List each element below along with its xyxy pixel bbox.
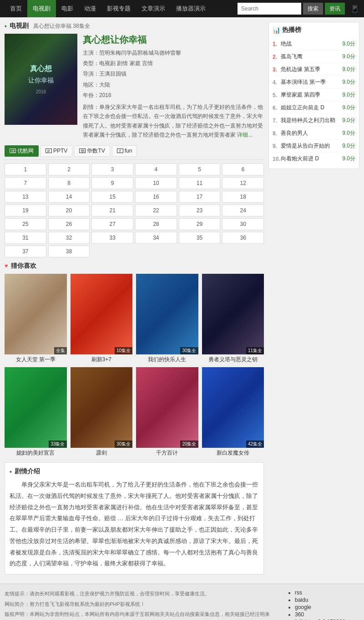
episode-button[interactable]: 14 xyxy=(48,191,90,203)
episode-button[interactable]: 33 xyxy=(91,232,133,244)
episode-button[interactable]: 23 xyxy=(179,205,221,216)
recommend-poster-img: 30集全 xyxy=(136,274,198,354)
search-input[interactable] xyxy=(238,3,301,15)
hot-rank: 9. xyxy=(273,143,281,149)
episode-button[interactable]: 5 xyxy=(179,164,221,175)
hot-score: 9.0分 xyxy=(342,129,355,137)
episode-button[interactable]: 10 xyxy=(135,177,177,189)
episode-button[interactable]: 38 xyxy=(48,246,90,257)
hot-name[interactable]: 基本演绎法 第一季 xyxy=(281,78,340,86)
episode-button[interactable]: 29 xyxy=(179,218,221,230)
hot-rank: 4. xyxy=(273,79,281,86)
episode-button[interactable]: 11 xyxy=(179,177,221,189)
episode-button[interactable]: 13 xyxy=(5,191,46,203)
drama-info: 真心想让你幸福 主演：范明朱梅闫学晶郭栋城马德钟雷黎 类型：电视剧 剧情 家庭 … xyxy=(83,34,264,140)
hot-name[interactable]: 摩登家庭 第四季 xyxy=(281,91,340,99)
nav-article[interactable]: 文章演示 xyxy=(136,0,171,17)
hot-score: 9.0分 xyxy=(342,78,355,86)
nav-player[interactable]: 播放器演示 xyxy=(171,0,211,17)
episode-button[interactable]: 26 xyxy=(48,218,90,230)
episode-button[interactable]: 34 xyxy=(135,232,177,244)
episode-button[interactable]: 4 xyxy=(135,164,177,175)
hot-score: 9.0分 xyxy=(342,53,355,61)
episode-button[interactable]: 16 xyxy=(135,191,177,203)
tv-icon: ▪ xyxy=(5,22,7,30)
episode-button[interactable]: 6 xyxy=(222,164,264,175)
episode-button[interactable]: 12 xyxy=(222,177,264,189)
more-link[interactable]: 详细... xyxy=(237,132,253,138)
footer-link[interactable]: rss xyxy=(295,589,359,596)
heart-icon: ♥ xyxy=(5,262,8,269)
episode-button[interactable]: 20 xyxy=(48,205,90,216)
episode-button[interactable]: 17 xyxy=(179,191,221,203)
footer-link[interactable]: baidu xyxy=(295,597,359,603)
episode-button[interactable]: 24 xyxy=(222,205,264,216)
recommend-card[interactable]: 11集全 勇者义塔与恶灵之钥 xyxy=(202,274,264,364)
episode-button[interactable]: 30 xyxy=(222,218,264,230)
recommend-badge: 20集全 xyxy=(180,441,198,448)
drama-year: 年份：2016 xyxy=(83,91,264,100)
tab-fun[interactable]: f fun xyxy=(112,145,137,157)
episode-button[interactable]: 3 xyxy=(91,164,133,175)
nav-tv[interactable]: 电视剧 xyxy=(27,0,56,17)
nav-special[interactable]: 影视专题 xyxy=(101,0,136,17)
nav-movie[interactable]: 电影 xyxy=(56,0,79,17)
episode-button[interactable]: 9 xyxy=(91,177,133,189)
tab-pptv[interactable]: P PPTV xyxy=(40,145,72,157)
episode-button[interactable]: 15 xyxy=(91,191,133,203)
recommend-card[interactable]: 30集全 霹剑 xyxy=(71,367,133,457)
nav-anime[interactable]: 动漫 xyxy=(79,0,101,17)
recommend-name: 新白发魔女传 xyxy=(202,449,264,457)
episode-button[interactable]: 27 xyxy=(91,218,133,230)
hot-name[interactable]: 姐姐立正向前走 D xyxy=(281,104,340,112)
recommend-card[interactable]: 42集全 新白发魔女传 xyxy=(202,367,264,457)
episode-button[interactable]: 8 xyxy=(48,177,90,189)
nav-home[interactable]: 首页 xyxy=(5,0,27,17)
episode-button[interactable]: 25 xyxy=(5,218,46,230)
recommend-poster-bg xyxy=(71,274,133,354)
hot-name[interactable]: 绝战 xyxy=(281,40,340,48)
recommend-card[interactable]: 30集全 我们的快乐人生 xyxy=(136,274,198,364)
recommend-badge: 42集全 xyxy=(246,441,264,448)
drama-detail: 真心想 让你幸福 2016 真心想让你幸福 主演：范明朱梅闫学晶郭栋城马德钟雷黎… xyxy=(5,34,264,140)
episode-button[interactable]: 2 xyxy=(48,164,90,175)
recommend-poster-bg xyxy=(202,367,264,448)
search-button[interactable]: 搜索 xyxy=(303,3,323,15)
hot-name[interactable]: 我是特种兵之利刃出鞘 xyxy=(281,117,340,124)
episode-button[interactable]: 37 xyxy=(5,246,46,257)
tab-youku[interactable]: 优 优酷网 xyxy=(5,145,39,157)
hot-name[interactable]: 爱情是从告白开始的 xyxy=(281,142,340,150)
recommend-card[interactable]: 33集全 媳妇的美好宣言 xyxy=(5,367,67,457)
footer-link[interactable]: google xyxy=(295,604,359,610)
recommend-poster-img: 30集全 xyxy=(71,367,133,448)
episode-button[interactable]: 1 xyxy=(5,164,46,175)
recommend-poster-bg xyxy=(5,274,67,354)
episode-button[interactable]: 35 xyxy=(179,232,221,244)
episode-button[interactable]: 36 xyxy=(222,232,264,244)
hot-score: 9.0分 xyxy=(342,66,355,73)
recommend-card[interactable]: 10集全 刷新3+7 xyxy=(71,274,133,364)
episode-button[interactable]: 7 xyxy=(5,177,46,189)
recommend-poster-img: 20集全 xyxy=(136,367,198,448)
footer-link[interactable]: 360 xyxy=(295,611,359,618)
tab-huashu[interactable]: 华 华数TV xyxy=(74,145,110,157)
news-button[interactable]: 资讯 xyxy=(325,3,345,15)
hot-name[interactable]: 危机边缘 第五季 xyxy=(281,66,340,73)
recommend-badge: 10集全 xyxy=(115,347,132,354)
episode-button[interactable]: 28 xyxy=(135,218,177,230)
episode-button[interactable]: 32 xyxy=(48,232,90,244)
mobile-icon[interactable]: 📱 xyxy=(350,5,359,13)
hot-name[interactable]: 孤岛飞鹰 xyxy=(281,53,340,61)
recommend-poster-bg xyxy=(5,367,67,448)
recommend-poster-img: 全集 xyxy=(5,274,67,354)
hot-name[interactable]: 向着炮火前进 D xyxy=(281,155,340,163)
hot-name[interactable]: 善良的男人 xyxy=(281,129,340,137)
hot-item: 2. 孤岛飞鹰 9.0分 xyxy=(273,51,355,63)
episode-button[interactable]: 22 xyxy=(135,205,177,216)
episode-button[interactable]: 31 xyxy=(5,232,46,244)
recommend-card[interactable]: 20集全 千方百计 xyxy=(136,367,198,457)
episode-button[interactable]: 19 xyxy=(5,205,46,216)
episode-button[interactable]: 18 xyxy=(222,191,264,203)
recommend-card[interactable]: 全集 女人天堂 第一季 xyxy=(5,274,67,364)
episode-button[interactable]: 21 xyxy=(91,205,133,216)
